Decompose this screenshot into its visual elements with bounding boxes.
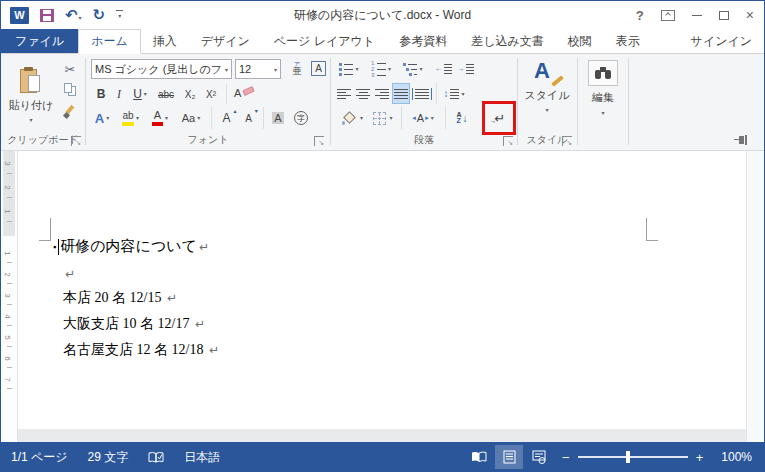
empty-paragraph-line[interactable]: ↵ bbox=[63, 264, 75, 282]
vertical-scrollbar[interactable] bbox=[746, 151, 764, 442]
undo-dropdown-icon[interactable]: ▾ bbox=[79, 14, 82, 22]
clipboard-dialog-launcher[interactable]: ↘ bbox=[71, 136, 81, 146]
zoom-level[interactable]: 100% bbox=[711, 450, 764, 464]
font-name-combo[interactable]: MS ゴシック (見出しのフォ ▾ bbox=[91, 59, 232, 79]
tab-page-layout[interactable]: ページ レイアウト bbox=[262, 29, 387, 53]
tab-references[interactable]: 参考資料 bbox=[387, 29, 459, 53]
chevron-down-icon[interactable]: ▾ bbox=[601, 109, 604, 117]
distribute-button[interactable] bbox=[412, 83, 432, 104]
shading-button[interactable]: ▾ bbox=[339, 107, 366, 129]
tab-review[interactable]: 校閲 bbox=[556, 29, 604, 53]
strikethrough-button[interactable]: abc bbox=[154, 84, 178, 104]
italic-button[interactable]: I bbox=[112, 84, 126, 104]
paste-button[interactable]: 貼り付け ▾ bbox=[7, 59, 55, 131]
font-dialog-launcher[interactable]: ↘ bbox=[314, 136, 324, 146]
print-layout-button[interactable] bbox=[495, 445, 523, 469]
undo-button[interactable]: ↶ ▾ bbox=[65, 8, 82, 22]
increase-indent-button[interactable]: → bbox=[455, 59, 475, 79]
page-indicator[interactable]: 1/1 ページ bbox=[1, 442, 78, 472]
styles-dialog-launcher[interactable]: ↘ bbox=[562, 136, 572, 146]
align-left-button[interactable] bbox=[335, 83, 353, 104]
highlight-color-button[interactable]: ab ▾ bbox=[117, 107, 144, 129]
tab-file[interactable]: ファイル bbox=[1, 29, 78, 53]
qat-customize-button[interactable]: ▾ bbox=[116, 10, 123, 20]
borders-button[interactable]: ▾ bbox=[369, 107, 397, 129]
document-heading-line[interactable]: ▪ 研修の内容について ↵ bbox=[53, 237, 209, 256]
web-layout-button[interactable] bbox=[525, 445, 553, 469]
zoom-slider-thumb[interactable] bbox=[626, 451, 630, 463]
save-icon[interactable] bbox=[40, 9, 54, 22]
subscript-button[interactable]: X₂ bbox=[180, 84, 200, 104]
change-case-button[interactable]: Aa ▾ bbox=[176, 107, 206, 129]
character-scaling-button[interactable]: ◂ A ▸ ▾ bbox=[405, 107, 441, 129]
chevron-down-icon[interactable]: ▾ bbox=[461, 90, 464, 98]
redo-icon[interactable]: ↻ bbox=[93, 8, 106, 22]
chevron-down-icon[interactable]: ▾ bbox=[165, 114, 168, 122]
maximize-button[interactable] bbox=[719, 11, 729, 20]
chevron-down-icon[interactable]: ▾ bbox=[272, 66, 277, 73]
styles-button[interactable]: スタイル A スタイル ▾ bbox=[524, 59, 570, 129]
clear-formatting-button[interactable]: A bbox=[231, 84, 255, 104]
chevron-down-icon[interactable]: ▾ bbox=[388, 65, 391, 73]
proofing-status-icon[interactable] bbox=[138, 442, 174, 472]
font-color-button[interactable]: A ▾ bbox=[147, 107, 173, 129]
language-indicator[interactable]: 日本語 bbox=[174, 442, 230, 472]
underline-button[interactable]: U ▾ bbox=[128, 84, 152, 104]
sort-button[interactable]: AZ ↓ bbox=[450, 107, 474, 129]
zoom-in-button[interactable]: + bbox=[688, 450, 712, 465]
document-line[interactable]: 大阪支店 10 名 12/17 ↵ bbox=[63, 315, 205, 333]
cut-button[interactable]: ✂ bbox=[58, 60, 82, 78]
multilevel-list-button[interactable]: ▾ bbox=[398, 59, 428, 79]
chevron-down-icon[interactable]: ▾ bbox=[106, 114, 109, 122]
align-center-button[interactable] bbox=[354, 83, 372, 104]
tab-mailings[interactable]: 差し込み文書 bbox=[459, 29, 556, 53]
paste-dropdown-icon[interactable]: ▾ bbox=[29, 116, 32, 124]
chevron-down-icon[interactable]: ▾ bbox=[197, 114, 200, 122]
chevron-down-icon[interactable]: ▾ bbox=[360, 114, 363, 122]
phonetic-guide-button[interactable]: ア亜 bbox=[287, 58, 307, 79]
decrease-indent-button[interactable]: ← bbox=[433, 59, 453, 79]
read-mode-button[interactable] bbox=[465, 445, 493, 469]
zoom-out-button[interactable]: − bbox=[554, 450, 578, 465]
pin-ribbon-icon[interactable] bbox=[734, 135, 749, 145]
bold-button[interactable]: B bbox=[93, 84, 109, 104]
chevron-down-icon[interactable]: ▾ bbox=[419, 65, 422, 73]
zoom-slider[interactable] bbox=[578, 456, 688, 458]
chevron-down-icon[interactable]: ▾ bbox=[431, 114, 434, 122]
editing-button[interactable]: 編集 ▾ bbox=[586, 60, 620, 128]
minimize-button[interactable] bbox=[692, 15, 702, 16]
document-line[interactable]: 名古屋支店 12 名 12/18 ↵ bbox=[63, 341, 219, 359]
paragraph-dialog-launcher[interactable]: ↘ bbox=[503, 136, 513, 146]
enclose-characters-button[interactable]: 字 bbox=[291, 107, 311, 129]
chevron-down-icon[interactable]: ▾ bbox=[389, 114, 392, 122]
chevron-down-icon[interactable]: ▾ bbox=[545, 106, 548, 114]
document-line[interactable]: 本店 20 名 12/15 ↵ bbox=[63, 289, 177, 307]
close-button[interactable]: × bbox=[746, 8, 754, 22]
shrink-font-button[interactable]: A▾ bbox=[238, 107, 259, 129]
format-painter-button[interactable] bbox=[58, 103, 82, 121]
chevron-down-icon[interactable]: ▾ bbox=[355, 65, 358, 73]
word-app-icon[interactable]: W bbox=[10, 7, 29, 24]
grow-font-button[interactable]: A▴ bbox=[216, 107, 237, 129]
justify-button[interactable] bbox=[392, 83, 410, 104]
line-spacing-button[interactable]: ↕ ▾ bbox=[441, 83, 467, 104]
align-right-button[interactable] bbox=[373, 83, 391, 104]
character-border-button[interactable]: A bbox=[310, 60, 327, 77]
ribbon-display-options-button[interactable] bbox=[661, 10, 675, 21]
chevron-down-icon[interactable]: ▾ bbox=[136, 114, 139, 122]
tab-home[interactable]: ホーム bbox=[78, 29, 141, 54]
chevron-down-icon[interactable]: ▾ bbox=[144, 90, 147, 98]
bullets-button[interactable]: ▾ bbox=[335, 59, 363, 79]
tab-view[interactable]: 表示 bbox=[604, 29, 652, 53]
chevron-down-icon[interactable]: ▾ bbox=[223, 66, 228, 73]
text-effects-button[interactable]: A ▾ bbox=[90, 107, 114, 129]
font-size-combo[interactable]: 12 ▾ bbox=[235, 59, 281, 79]
help-button[interactable]: ? bbox=[636, 8, 644, 23]
character-shading-button[interactable]: A bbox=[268, 107, 288, 129]
vertical-ruler[interactable]: 3 2 1 1 2 3 4 5 6 7 bbox=[1, 151, 18, 442]
numbering-button[interactable]: 1 2 3 ▾ bbox=[366, 59, 396, 79]
tab-insert[interactable]: 挿入 bbox=[141, 29, 189, 53]
tab-design[interactable]: デザイン bbox=[189, 29, 262, 53]
word-count-indicator[interactable]: 29 文字 bbox=[78, 442, 139, 472]
superscript-button[interactable]: X² bbox=[201, 84, 221, 104]
